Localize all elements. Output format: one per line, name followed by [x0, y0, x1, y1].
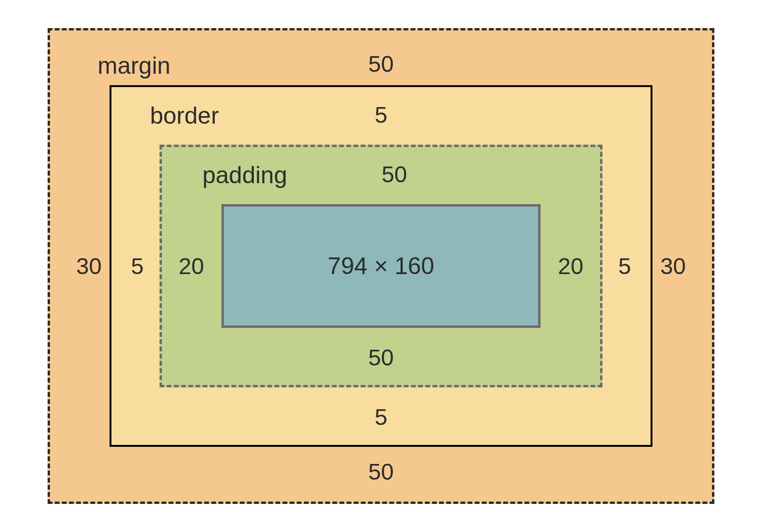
border-label: border — [150, 102, 219, 129]
margin-left-value: 30 — [76, 253, 101, 279]
padding-label: padding — [202, 161, 287, 189]
border-top-value: 5 — [375, 102, 388, 128]
padding-right-value: 20 — [558, 253, 583, 279]
padding-bottom-value: 50 — [368, 345, 393, 371]
margin-bottom-value: 50 — [368, 459, 393, 485]
padding-left-value: 20 — [179, 253, 204, 279]
box-model-diagram: 794 × 160 margin 50 50 30 30 border 5 5 … — [48, 28, 714, 504]
content-dimensions: 794 × 160 — [328, 252, 434, 280]
border-bottom-value: 5 — [375, 404, 388, 430]
margin-top-value: 50 — [368, 51, 393, 77]
content-region: 794 × 160 — [221, 204, 541, 328]
border-right-value: 5 — [618, 253, 631, 279]
border-left-value: 5 — [131, 253, 144, 279]
padding-top-value: 50 — [381, 161, 407, 187]
margin-label: margin — [98, 52, 170, 79]
margin-right-value: 30 — [661, 253, 686, 279]
